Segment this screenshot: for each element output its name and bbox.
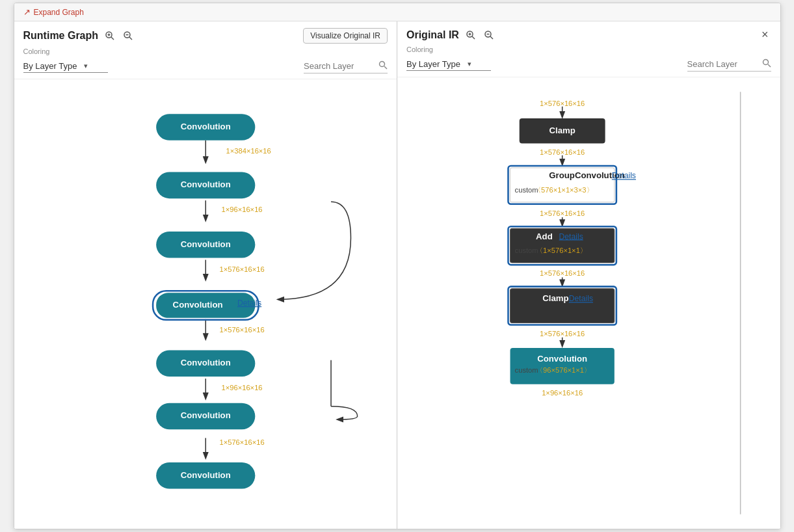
right-conv-custom-label: custom xyxy=(515,366,538,374)
right-dim0-label: 1×576×16×16 xyxy=(540,100,585,107)
svg-line-16 xyxy=(490,36,493,39)
dim3-label: 1×576×16×16 xyxy=(219,265,264,273)
right-conv-custom-val: 〈96×576×1×1〉 xyxy=(536,366,591,374)
right-panel-title: Original IR xyxy=(406,29,459,41)
left-search-icon xyxy=(378,60,388,72)
left-chevron-icon: ▾ xyxy=(84,62,88,70)
left-panel: Runtime Graph xyxy=(14,21,398,529)
right-dim4-label: 1×576×16×16 xyxy=(540,330,585,338)
left-graph-area: Convolution 1×384×16×16 Convolution 1×96… xyxy=(14,79,397,529)
zoom-in-icon-right xyxy=(466,30,476,40)
add-details-link[interactable]: Details xyxy=(559,232,583,241)
gconv-details-link[interactable]: Details xyxy=(612,171,636,180)
right-panel: Original IR xyxy=(397,21,780,529)
right-layer-type-label: By Layer Type xyxy=(406,59,460,69)
clamp1-label: Clamp xyxy=(549,126,576,135)
right-dim2-label: 1×576×16×16 xyxy=(540,209,585,217)
dim5-label: 1×96×16×16 xyxy=(221,384,262,392)
svg-line-8 xyxy=(384,66,387,69)
side-arrow-2 xyxy=(331,406,358,419)
right-graph-area: 1×576×16×16 Clamp 1×576×16×16 GroupConvo… xyxy=(397,77,780,529)
right-coloring-label: Coloring xyxy=(406,46,771,53)
right-chevron-icon: ▾ xyxy=(468,60,471,68)
dim2-label: 1×96×16×16 xyxy=(221,206,262,213)
left-search-box xyxy=(304,60,388,73)
svg-line-5 xyxy=(129,37,132,40)
zoom-in-button-left[interactable] xyxy=(103,29,116,42)
right-search-box xyxy=(687,59,771,72)
dim1-label: 1×384×16×16 xyxy=(226,147,271,155)
conv2-label: Convolution xyxy=(180,180,230,189)
left-layer-type-label: By Layer Type xyxy=(23,61,77,71)
zoom-out-button-left[interactable] xyxy=(122,29,135,42)
conv7-label: Convolution xyxy=(180,470,230,480)
expand-icon: ↗ xyxy=(23,7,31,17)
left-layer-type-select[interactable]: By Layer Type ▾ xyxy=(23,61,108,73)
zoom-out-icon-left xyxy=(123,31,133,41)
conv6-label: Convolution xyxy=(180,410,230,420)
right-conv-label: Convolution xyxy=(537,354,587,364)
add-custom-label: custom xyxy=(515,246,538,254)
left-coloring-label: Coloring xyxy=(23,47,388,55)
visualize-ir-button[interactable]: Visualize Original IR xyxy=(303,28,388,44)
clamp2-details-link[interactable]: Details xyxy=(569,294,593,303)
conv3-label: Convolution xyxy=(180,239,230,249)
gconv-custom-val: 〈576×1×1×3×3〉 xyxy=(534,186,594,194)
zoom-out-button-right[interactable] xyxy=(483,29,496,42)
top-bar: ↗ Expand Graph xyxy=(14,3,780,21)
zoom-out-icon-right xyxy=(484,30,494,40)
right-search-icon xyxy=(762,59,771,70)
svg-point-18 xyxy=(763,60,768,65)
dim4-label: 1×576×16×16 xyxy=(219,326,264,334)
side-arrow-1 xyxy=(278,202,351,299)
dim6-label: 1×576×16×16 xyxy=(219,438,264,446)
right-layer-type-select[interactable]: By Layer Type ▾ xyxy=(406,59,491,71)
zoom-in-icon-left xyxy=(105,31,115,41)
left-graph-svg: Convolution 1×384×16×16 Convolution 1×96… xyxy=(14,79,397,529)
clamp2-label: Clamp xyxy=(542,293,568,303)
left-search-input[interactable] xyxy=(304,61,375,71)
right-dim3-label: 1×576×16×16 xyxy=(540,269,585,277)
conv4-details-link[interactable]: Details xyxy=(237,299,261,308)
svg-point-7 xyxy=(380,62,385,67)
left-panel-header: Runtime Graph xyxy=(14,21,397,79)
conv1-label: Convolution xyxy=(180,122,230,131)
right-graph-svg: 1×576×16×16 Clamp 1×576×16×16 GroupConvo… xyxy=(397,77,780,529)
expand-graph-label: Expand Graph xyxy=(34,8,84,17)
add-label: Add xyxy=(536,232,553,241)
conv5-label: Convolution xyxy=(180,358,230,367)
svg-line-1 xyxy=(111,37,114,40)
zoom-in-button-right[interactable] xyxy=(464,29,477,42)
svg-line-12 xyxy=(472,36,475,39)
close-button[interactable]: × xyxy=(759,28,771,42)
add-custom-val: 〈1×576×1×1〉 xyxy=(536,246,587,254)
right-search-input[interactable] xyxy=(687,59,759,69)
left-panel-title: Runtime Graph xyxy=(23,30,99,42)
right-panel-header: Original IR xyxy=(397,21,780,77)
conv4-label: Convolution xyxy=(172,300,222,310)
expand-graph-button[interactable]: ↗ Expand Graph xyxy=(23,7,84,17)
svg-line-19 xyxy=(768,64,771,67)
right-dim5-label: 1×96×16×16 xyxy=(542,389,583,397)
panels-container: Runtime Graph xyxy=(14,21,780,529)
main-container: ↗ Expand Graph Runtime Graph xyxy=(14,3,781,529)
right-dim1-label: 1×576×16×16 xyxy=(540,148,585,156)
